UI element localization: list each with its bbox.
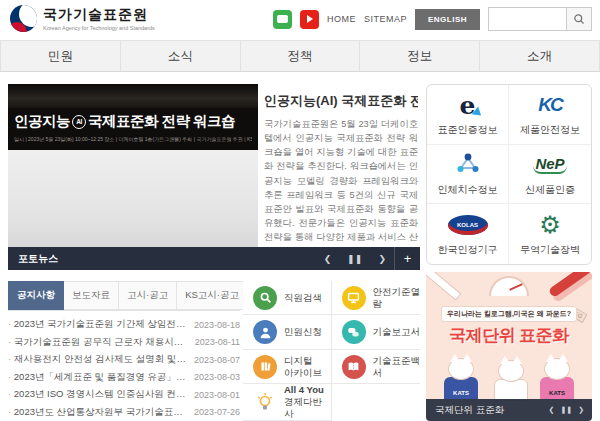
dumbbell-decor-icon [548,272,592,298]
tab-ks-gosi[interactable]: KS고시·공고 [177,281,248,310]
article-title[interactable]: 인공지능(AI) 국제표준화 전략 ⋯ [264,92,418,110]
government-emblem-icon [10,5,37,32]
photonews-pause-button[interactable]: ❚❚ [339,254,370,264]
lightbulb-icon [255,392,275,412]
search-input[interactable] [488,7,566,31]
header-utilities: HOME SITEMAP ENGLISH [273,7,592,31]
quicklink-civil-petition[interactable]: 민원신청 [243,315,332,349]
notice-title: 2023년「세계표준 및 품질경영 유공」정... [8,371,188,384]
promo-badge-text: 우리나라는 킬로그램,미국은 왜 파운드? [441,306,577,322]
monitor-icon [347,291,360,304]
tab-notice[interactable]: 공지사항 [8,281,64,310]
photo-news-article: 인공지능(AI) 국제표준화 전략 ⋯ 국가기술표준원은 5월 23일 더케이호… [262,84,420,247]
photo-title-suffix: 국제표준화 전략 워크숍 [88,112,235,131]
nav-item-minwon[interactable]: 민원 [0,41,121,71]
photonews-label: 포토뉴스 [8,252,316,266]
quicklink-all4you[interactable]: All 4 You경제다반사 [243,384,332,421]
cat-characters: KATS KATS [426,343,592,399]
notice-row[interactable]: 재사용전지 안전성 검사제도 설명회 및 공청회... 2023-08-07 [8,351,240,369]
notice-row[interactable]: 국가기술표준원 공무직 근로자 채용시험 재공고 2023-08-11 [8,334,240,352]
service-new-product-cert[interactable]: NeP 신제품인증 [509,145,591,205]
site-logo[interactable]: 국가기술표준원 Korean Agency for Technology and… [10,5,155,32]
notice-date: 2023-08-11 [195,337,240,347]
photonews-bar: 포토뉴스 ❮ ❚❚ ❯ + [8,247,420,270]
service-kolas[interactable]: KOLAS 한국인정기구 [427,204,509,264]
quicklink-empty-cell [332,384,421,421]
photo-banner-strip: 인공지능 AI 국제표준화 전략 워크숍 일시 | 2023년 5월 23일(화… [8,108,258,150]
nav-item-info[interactable]: 정보 [360,41,480,71]
quicklink-label: 민원신청 [284,326,322,338]
photonews-next-button[interactable]: ❯ [370,254,394,264]
home-link[interactable]: HOME [327,14,356,24]
notice-date: 2023-08-03 [194,372,240,382]
notice-date: 2023-08-18 [194,320,240,330]
quicklink-label: 기술표준백서 [373,355,421,379]
search-button[interactable] [566,7,592,31]
promo-pause-button[interactable]: ❚❚ [557,406,575,414]
search-icon [573,13,585,25]
notice-row[interactable]: 2023년 ISO 경영시스템 인증심사원 컨퍼... 2023-08-01 [8,386,240,404]
promo-next-button[interactable]: ❯ [575,406,592,414]
nav-item-policy[interactable]: 정책 [241,41,361,71]
quicklink-tech-report[interactable]: 기술보고서 [332,315,421,349]
cat-character-pink: KATS [540,358,574,399]
quicklink-label: 안전기준열람 [373,286,421,310]
book-icon [347,360,360,373]
tab-press[interactable]: 보도자료 [64,281,119,310]
notice-date: 2023-08-07 [194,355,240,365]
notice-date: 2023-07-26 [194,407,240,417]
pencil-decor [426,272,462,301]
service-standard-cert-info[interactable]: e 표준인증정보 [427,85,509,145]
site-title: 국가기술표준원 [43,6,155,24]
nep-mark-icon: NeP [533,155,566,174]
article-body: 국가기술표준원은 5월 23일 더케이호텔에서 인공지능 국제표준화 전략 워크… [264,117,418,247]
kolas-mark-icon: KOLAS [448,215,488,235]
promo-banner[interactable]: KG 우리나라는 킬로그램,미국은 왜 파운드? 국제단위 표준화 KATS K… [426,272,592,421]
promo-caption-label: 국제단위 표준화 [426,404,546,417]
tab-gosi[interactable]: 고시·공고 [119,281,177,310]
photonews-prev-button[interactable]: ❮ [316,254,340,264]
photo-screen-area [8,150,258,247]
notice-row[interactable]: 2023년 국가기술표준원 기간제 상임전문위원... 2023-08-18 [8,316,240,334]
sns-chat-icon[interactable] [273,10,292,29]
service-label: 무역기술장벽 [520,243,580,257]
photo-news-image[interactable]: 인공지능 AI 국제표준화 전략 워크숍 일시 | 2023년 5월 23일(화… [8,84,258,247]
quicklink-label: 직원검색 [284,292,322,304]
photo-banner-title: 인공지능 AI 국제표준화 전략 워크숍 [14,112,252,131]
main-nav: 민원 소식 정책 정보 소개 [0,40,600,72]
quick-links: 직원검색 안전기준열람 민원신청 [243,281,420,421]
nav-item-about[interactable]: 소개 [480,41,600,71]
site-subtitle: Korean Agency for Technology and Standar… [43,25,155,31]
notice-list: 2023년 국가기술표준원 기간제 상임전문위원... 2023-08-18 국… [8,316,240,421]
english-button[interactable]: ENGLISH [415,9,480,30]
service-product-safety-info[interactable]: KC 제품안전정보 [509,85,591,145]
kats-homepage: 국가기술표준원 Korean Agency for Technology and… [0,0,600,421]
notice-title: 2023년 국가기술표준원 기간제 상임전문위원... [8,318,188,331]
notice-title: 2023년 ISO 경영시스템 인증심사원 컨퍼... [8,388,188,401]
person-icon [259,326,272,339]
service-tbt[interactable]: ⚙ 무역기술장벽 [509,204,591,264]
service-body-size-info[interactable]: 인체치수정보 [427,145,509,205]
photonews-more-button[interactable]: + [394,247,420,270]
notice-date: 2023-08-01 [194,390,240,400]
quicklink-label: All 4 You경제다반사 [284,384,331,420]
photo-ceiling-decor [8,84,258,108]
sitemap-link[interactable]: SITEMAP [364,14,407,24]
youtube-icon[interactable] [300,10,319,29]
gauge-decor-icon [489,276,529,296]
cat-character-blue: KATS [444,358,478,399]
notice-title: 2023년도 산업통상자원부 국가기술표준원 기... [8,406,188,419]
quicklink-digital-archive[interactable]: 디지털아카이브 [243,350,332,384]
notice-row[interactable]: 2023년「세계표준 및 품질경영 유공」정... 2023-08-03 [8,369,240,387]
tbt-gear-icon: ⚙ [539,213,561,237]
e-standard-icon: e [460,93,476,118]
cat-character-white [494,360,528,401]
header: 국가기술표준원 Korean Agency for Technology and… [0,0,600,39]
nav-item-news[interactable]: 소식 [121,41,241,71]
service-label: 제품안전정보 [520,123,580,137]
notice-row[interactable]: 2023년도 산업통상자원부 국가기술표준원 기... 2023-07-26 [8,404,240,421]
promo-prev-button[interactable]: ❮ [546,406,558,414]
quicklink-safety-standards[interactable]: 안전기준열람 [332,281,421,315]
quicklink-standards-whitepaper[interactable]: 기술표준백서 [332,350,421,384]
quicklink-staff-search[interactable]: 직원검색 [243,281,332,315]
